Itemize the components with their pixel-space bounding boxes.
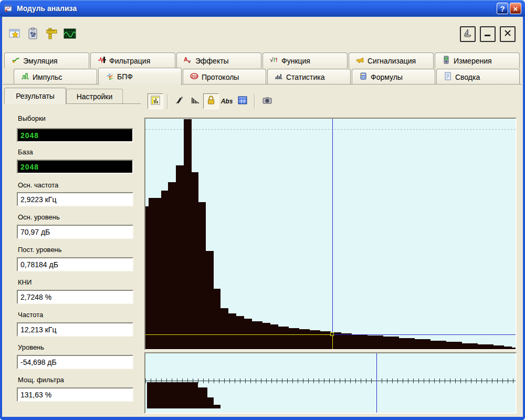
filter-power-field[interactable]: 131,63 % bbox=[17, 387, 133, 402]
cursor-marker bbox=[330, 332, 334, 336]
tab-signaling[interactable]: Сигнализация bbox=[349, 52, 434, 68]
spectrum-bar bbox=[415, 339, 430, 349]
spectrum-bar bbox=[494, 345, 504, 349]
spectrum-bar bbox=[214, 289, 220, 349]
dc-level-field[interactable]: 0,78184 дБ bbox=[17, 257, 133, 271]
thd-label: КНИ bbox=[18, 278, 32, 286]
summary-icon bbox=[444, 72, 452, 82]
tab-formulas[interactable]: Формулы bbox=[352, 69, 435, 85]
measurements-icon bbox=[442, 56, 450, 66]
dock-panel-button[interactable] bbox=[460, 26, 476, 42]
spectrum-bar bbox=[147, 382, 198, 408]
abs-mode-button[interactable]: Abs bbox=[219, 93, 235, 109]
measure-ruler-icon bbox=[45, 27, 58, 43]
tab-effects[interactable]: Av Эффекты bbox=[176, 52, 261, 68]
svg-text:√: √ bbox=[270, 56, 274, 64]
cursor-horizontal-blue bbox=[332, 334, 516, 335]
spectrum-bar bbox=[228, 313, 236, 349]
impulse-icon bbox=[21, 72, 29, 82]
tab-label: Эмуляция bbox=[23, 57, 58, 65]
frequency-field[interactable]: 12,213 кГц bbox=[17, 322, 133, 337]
tab-label: Импульс bbox=[33, 73, 62, 81]
tab-label: Статистика bbox=[286, 73, 325, 81]
tab-row-1: Эмуляция Фильтрация Av Эффекты √f! Функц… bbox=[4, 52, 521, 68]
spectrum-bar bbox=[192, 172, 198, 349]
tab-emulation[interactable]: Эмуляция bbox=[4, 52, 89, 68]
close-window-button[interactable] bbox=[500, 26, 516, 42]
dock-panel-icon bbox=[463, 28, 473, 40]
spectrum-bar bbox=[512, 348, 516, 349]
favorites-window-icon bbox=[8, 27, 22, 43]
spectrum-bar bbox=[198, 202, 206, 349]
report-settings-icon bbox=[26, 27, 40, 43]
filtration-icon bbox=[98, 56, 106, 66]
data-table-button[interactable] bbox=[235, 93, 250, 109]
spectrum-bar bbox=[262, 323, 270, 349]
spectrum-bar bbox=[446, 342, 462, 349]
tab-fft-active[interactable]: БПФ bbox=[98, 68, 182, 85]
secondary-strip-plot[interactable] bbox=[145, 353, 516, 413]
fundamental-freq-field[interactable]: 2,9223 кГц bbox=[17, 192, 133, 206]
pen-draw-button[interactable] bbox=[172, 93, 187, 109]
thd-field[interactable]: 2,7248 % bbox=[17, 290, 133, 304]
fundamental-level-field[interactable]: 70,97 дБ bbox=[17, 225, 133, 239]
spectrum-bar bbox=[168, 182, 176, 349]
tab-summary[interactable]: Сводка bbox=[436, 69, 520, 85]
effects-icon: Av bbox=[184, 56, 192, 66]
snapshot-camera-button[interactable] bbox=[259, 93, 275, 109]
samples-field[interactable]: 2048 bbox=[17, 128, 133, 142]
base-field[interactable]: 2048 bbox=[17, 160, 133, 174]
lock-button[interactable] bbox=[203, 93, 219, 109]
minimize-icon bbox=[482, 28, 493, 40]
cursor-horizontal-yellow bbox=[145, 334, 332, 335]
tab-statistics[interactable]: Статистика bbox=[267, 69, 351, 85]
main-chart-panel bbox=[144, 118, 517, 350]
spectrum-view-button[interactable] bbox=[148, 93, 163, 109]
tab-label: Сигнализация bbox=[368, 57, 416, 65]
tab-label: Эффекты bbox=[195, 57, 229, 65]
spectrum-bar bbox=[383, 337, 399, 349]
help-button[interactable]: ? bbox=[497, 3, 508, 14]
report-settings-button[interactable] bbox=[25, 26, 41, 43]
measure-ruler-button[interactable] bbox=[43, 26, 60, 43]
samples-label: Выборки bbox=[18, 114, 46, 122]
dc-level-label: Пост. уровень bbox=[18, 246, 62, 254]
tab-label: Измерения bbox=[454, 57, 492, 65]
tab-function[interactable]: √f! Функция bbox=[262, 52, 348, 68]
frequency-label: Частота bbox=[18, 311, 43, 319]
tab-measurements[interactable]: Измерения bbox=[435, 52, 520, 68]
tab-protocols[interactable]: 010 Протоколы bbox=[183, 69, 266, 85]
titlebar-close-button[interactable]: × bbox=[510, 3, 521, 14]
subtab-results[interactable]: Результаты bbox=[4, 88, 66, 104]
tab-label: Формулы bbox=[371, 73, 403, 81]
oscilloscope-button[interactable] bbox=[61, 26, 78, 43]
svg-text:A: A bbox=[184, 56, 188, 62]
titlebar[interactable]: Модуль анализа ? × bbox=[0, 0, 525, 17]
tab-label: Протоколы bbox=[202, 73, 239, 81]
level-field[interactable]: -54,698 дБ bbox=[17, 355, 133, 369]
tab-impulse[interactable]: Импульс bbox=[14, 69, 97, 85]
cursor-vertical-line bbox=[376, 353, 377, 413]
fft-spectrum-plot[interactable] bbox=[145, 119, 516, 349]
svg-text:!: ! bbox=[276, 57, 278, 63]
minimize-button[interactable] bbox=[480, 26, 496, 42]
spectrum-bar bbox=[399, 338, 415, 349]
signaling-icon bbox=[356, 56, 364, 66]
spectrum-bar bbox=[214, 405, 220, 408]
spectrum-bar bbox=[244, 319, 252, 349]
function-icon: √f! bbox=[270, 56, 278, 66]
favorites-window-button[interactable] bbox=[6, 26, 23, 43]
fundamental-level-label: Осн. уровень bbox=[18, 213, 60, 221]
filter-power-label: Мощ. фильтра bbox=[18, 376, 64, 384]
gridline bbox=[145, 129, 516, 130]
spectrum-bar bbox=[504, 346, 512, 349]
subtab-settings[interactable]: Настройки bbox=[66, 89, 123, 103]
spectrum-bar bbox=[299, 329, 310, 349]
cursor-vertical-yellow bbox=[332, 334, 333, 349]
formulas-icon bbox=[359, 72, 368, 82]
spectrum-bar bbox=[176, 165, 184, 349]
app-icon bbox=[4, 3, 14, 14]
tab-filtration[interactable]: Фильтрация bbox=[90, 52, 175, 68]
level-label: Уровень bbox=[18, 343, 44, 351]
histogram-bars-button[interactable] bbox=[187, 93, 203, 109]
